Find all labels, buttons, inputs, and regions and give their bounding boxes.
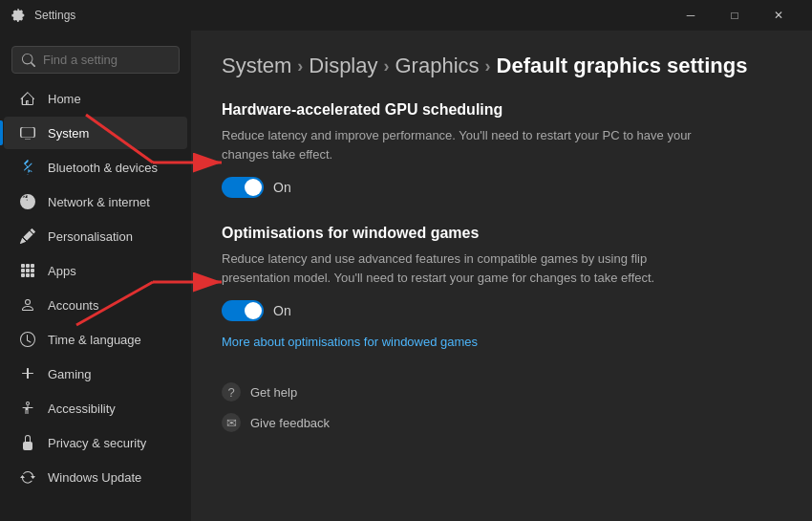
bluetooth-icon [19,159,36,176]
personalisation-icon [19,228,36,245]
privacy-icon [19,434,36,451]
sidebar-item-gaming-label: Gaming [48,367,92,381]
sidebar-item-time-label: Time & language [48,333,141,347]
breadcrumb-arrow-1: › [297,56,303,76]
settings-icon [11,8,27,23]
breadcrumb-arrow-2: › [384,56,390,76]
breadcrumb-system: System [222,54,291,78]
give-feedback-icon: ✉ [222,413,241,432]
sidebar-item-bluetooth-label: Bluetooth & devices [48,161,158,175]
sidebar-item-personalisation-label: Personalisation [48,229,133,244]
gpu-scheduling-toggle-label: On [273,180,291,195]
sidebar-item-accounts[interactable]: Accounts [4,289,187,321]
sidebar-item-apps-label: Apps [48,264,76,278]
breadcrumb-graphics: Graphics [395,54,480,78]
gpu-scheduling-title: Hardware-accelerated GPU scheduling [222,101,781,119]
get-help-label: Get help [250,385,297,400]
sidebar-item-accounts-label: Accounts [48,298,98,313]
sidebar-item-accessibility-label: Accessibility [48,402,116,416]
sidebar-item-privacy-label: Privacy & security [48,436,146,450]
maximize-button[interactable]: □ [713,0,757,31]
sidebar-item-accessibility[interactable]: Accessibility [4,392,187,424]
windowed-games-toggle-label: On [273,303,291,318]
gpu-scheduling-toggle-row: On [222,177,781,198]
sidebar-item-apps[interactable]: Apps [4,254,187,287]
windowed-games-section: Optimisations for windowed games Reduce … [222,225,781,350]
sidebar-item-update-label: Windows Update [48,470,141,485]
gpu-scheduling-desc: Reduce latency and improve performance. … [222,126,718,163]
search-input[interactable] [43,53,191,67]
breadcrumb: System › Display › Graphics › Default gr… [222,54,781,78]
sidebar-item-time[interactable]: Time & language [4,323,187,356]
windowed-games-toggle-row: On [222,300,781,321]
accessibility-icon [19,400,36,417]
breadcrumb-current: Default graphics settings [497,54,748,78]
search-box[interactable] [11,46,180,74]
sidebar-item-personalisation[interactable]: Personalisation [4,220,187,252]
sidebar-item-system[interactable]: System [4,117,187,149]
windowed-games-toggle[interactable] [222,300,264,321]
sidebar-item-gaming[interactable]: Gaming [4,358,187,390]
get-help-icon: ? [222,382,241,402]
give-feedback-label: Give feedback [250,416,330,430]
get-help-item[interactable]: ? Get help [222,377,781,407]
sidebar-item-network-label: Network & internet [48,195,150,209]
titlebar: Settings ─ □ ✕ [0,0,812,31]
windowed-games-link[interactable]: More about optimisations for windowed ga… [222,335,478,349]
sidebar: Home System Bluetooth & devices Network … [0,31,191,521]
gpu-scheduling-toggle[interactable] [222,177,264,198]
titlebar-title: Settings [34,9,669,22]
toggle-knob-2 [245,302,262,319]
windowed-games-title: Optimisations for windowed games [222,225,781,242]
gpu-scheduling-section: Hardware-accelerated GPU scheduling Redu… [222,101,781,198]
update-icon [19,468,36,486]
sidebar-item-bluetooth[interactable]: Bluetooth & devices [4,151,187,184]
home-icon [19,90,36,107]
breadcrumb-arrow-3: › [485,56,491,76]
toggle-knob-1 [245,179,262,196]
accounts-icon [19,296,36,314]
give-feedback-item[interactable]: ✉ Give feedback [222,407,781,438]
sidebar-item-update[interactable]: Windows Update [4,461,187,493]
sidebar-item-home[interactable]: Home [4,82,187,115]
titlebar-controls: ─ □ ✕ [669,0,801,31]
windowed-games-desc: Reduce latency and use advanced features… [222,250,718,287]
system-icon [19,124,36,141]
help-section: ? Get help ✉ Give feedback [222,377,781,438]
content-area: System › Display › Graphics › Default gr… [191,31,812,521]
gaming-icon [19,365,36,382]
sidebar-item-network[interactable]: Network & internet [4,185,187,218]
sidebar-item-system-label: System [48,126,89,141]
search-icon [22,54,35,67]
minimize-button[interactable]: ─ [669,0,713,31]
app-body: Home System Bluetooth & devices Network … [0,31,812,521]
sidebar-item-privacy[interactable]: Privacy & security [4,426,187,459]
network-icon [19,193,36,210]
time-icon [19,331,36,348]
apps-icon [19,262,36,279]
close-button[interactable]: ✕ [757,0,801,31]
breadcrumb-display: Display [309,54,377,78]
sidebar-item-home-label: Home [48,92,81,106]
